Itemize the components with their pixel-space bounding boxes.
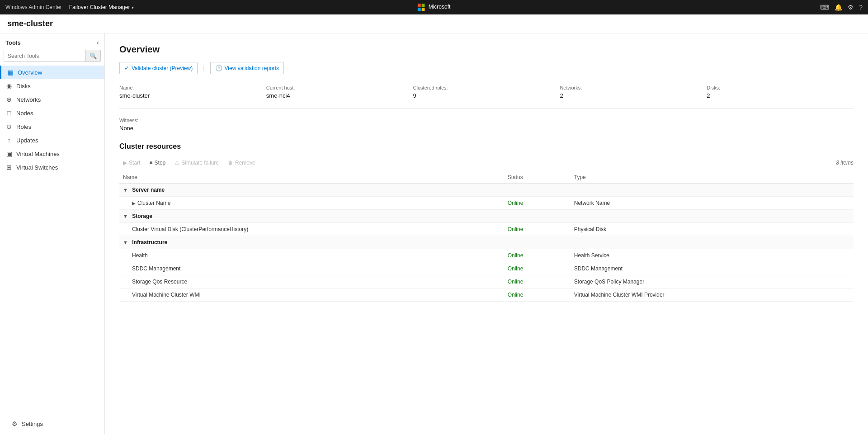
remove-label: Remove	[235, 160, 255, 166]
sidebar-item-nodes[interactable]: □ Nodes	[0, 106, 104, 120]
svg-rect-1	[422, 4, 425, 7]
table-row[interactable]: Storage Qos Resource Online Storage QoS …	[119, 275, 854, 288]
collapse-icon[interactable]: ‹	[97, 39, 99, 46]
stat-networks-value: 2	[560, 92, 696, 99]
group-row-infrastructure[interactable]: ▼ Infrastructure	[119, 236, 854, 249]
terminal-icon[interactable]: ⌨	[820, 4, 829, 11]
group-toggle[interactable]: ▼	[123, 187, 128, 193]
table-row[interactable]: ▶Cluster Name Online Network Name	[119, 197, 854, 210]
resource-status: Online	[504, 197, 571, 210]
sidebar-nav: ▦ Overview ◉ Disks ⊕ Networks □ Nodes ⊙ …	[0, 66, 104, 413]
stat-host-value: sme-hci4	[266, 92, 402, 99]
stat-current-host: Current host: sme-hci4	[266, 85, 413, 99]
resource-status: Online	[504, 288, 571, 302]
sidebar-item-disks[interactable]: ◉ Disks	[0, 79, 104, 93]
resource-name: Storage Qos Resource	[119, 275, 504, 288]
stat-name-label: Name:	[119, 85, 255, 90]
nav-icon-disks: ◉	[5, 82, 13, 90]
expand-icon[interactable]: ▶	[132, 201, 136, 206]
stat-networks: Networks: 2	[560, 85, 707, 99]
action-divider: |	[203, 65, 204, 71]
witness-label: Witness:	[119, 118, 854, 123]
nav-icon-vswitches: ⊞	[5, 164, 13, 171]
remove-button[interactable]: 🗑 Remove	[224, 158, 259, 168]
nav-icon-networks: ⊕	[5, 96, 13, 103]
sidebar-item-vms[interactable]: ▣ Virtual Machines	[0, 147, 104, 161]
search-input[interactable]	[4, 51, 85, 61]
bell-icon[interactable]: 🔔	[835, 4, 842, 11]
settings-nav-item[interactable]: ⚙ Settings	[5, 417, 99, 430]
nav-icon-overview: ▦	[7, 69, 14, 76]
sidebar-item-updates[interactable]: ↑ Updates	[0, 133, 104, 147]
items-count: 8 items	[836, 160, 854, 166]
page-title: sme-cluster	[7, 19, 53, 28]
validate-label: Validate cluster (Preview)	[132, 65, 193, 71]
nav-label-updates: Updates	[16, 137, 38, 144]
ms-logo-center: Microsoft	[418, 4, 451, 11]
group-name-cell: ▼ Infrastructure	[119, 236, 504, 249]
group-toggle[interactable]: ▼	[123, 240, 128, 245]
settings-icon[interactable]: ⚙	[848, 4, 854, 11]
group-row-storage[interactable]: ▼ Storage	[119, 210, 854, 223]
app-name[interactable]: Failover Cluster Manager ▾	[69, 4, 134, 10]
stat-host-label: Current host:	[266, 85, 402, 90]
group-name-cell: ▼ Server name	[119, 184, 504, 197]
stat-roles-value: 9	[413, 92, 549, 99]
main-layout: Tools ‹ 🔍 ▦ Overview ◉ Disks ⊕ Networks …	[0, 33, 868, 434]
witness-value: None	[119, 125, 854, 132]
nav-icon-roles: ⊙	[5, 123, 13, 130]
resource-name: Virtual Machine Cluster WMI	[119, 288, 504, 302]
help-icon[interactable]: ?	[859, 4, 863, 11]
search-button[interactable]: 🔍	[85, 50, 100, 61]
top-bar: Windows Admin Center Failover Cluster Ma…	[0, 0, 868, 14]
svg-rect-0	[418, 4, 421, 7]
stat-roles-label: Clustered roles:	[413, 85, 549, 90]
stat-name-value: sme-cluster	[119, 92, 255, 99]
resource-type: Virtual Machine Cluster WMI Provider	[571, 288, 854, 302]
start-button[interactable]: ▶ Start	[119, 158, 144, 168]
sidebar-item-overview[interactable]: ▦ Overview	[0, 66, 104, 79]
table-header: Name Status Type	[119, 171, 854, 184]
group-toggle[interactable]: ▼	[123, 213, 128, 219]
start-label: Start	[129, 160, 140, 166]
sidebar: Tools ‹ 🔍 ▦ Overview ◉ Disks ⊕ Networks …	[0, 33, 105, 434]
start-icon: ▶	[123, 160, 127, 166]
stat-disks-value: 2	[707, 92, 843, 99]
sidebar-item-roles[interactable]: ⊙ Roles	[0, 120, 104, 133]
group-row-server-name[interactable]: ▼ Server name	[119, 184, 854, 197]
resource-type: Network Name	[571, 197, 854, 210]
resource-name: Cluster Virtual Disk (ClusterPerformance…	[119, 223, 504, 236]
validate-icon: ✓	[124, 65, 129, 71]
stop-button[interactable]: ■ Stop	[146, 158, 169, 168]
remove-icon: 🗑	[228, 160, 233, 166]
simulate-button[interactable]: ⚠ Simulate failure	[171, 158, 222, 168]
table-row[interactable]: Cluster Virtual Disk (ClusterPerformance…	[119, 223, 854, 236]
resource-status: Online	[504, 249, 571, 262]
group-name-cell: ▼ Storage	[119, 210, 504, 223]
settings-nav-label: Settings	[22, 421, 43, 427]
overview-title: Overview	[119, 44, 854, 55]
table-row[interactable]: Virtual Machine Cluster WMI Online Virtu…	[119, 288, 854, 302]
sidebar-item-networks[interactable]: ⊕ Networks	[0, 93, 104, 106]
sidebar-item-vswitches[interactable]: ⊞ Virtual Switches	[0, 161, 104, 174]
microsoft-logo: Microsoft	[418, 4, 451, 11]
nav-label-vswitches: Virtual Switches	[16, 164, 58, 171]
app-title: Windows Admin Center	[5, 4, 62, 10]
cluster-resources-table: Name Status Type ▼ Server name ▶Cluster …	[119, 171, 854, 302]
validate-cluster-button[interactable]: ✓ Validate cluster (Preview)	[119, 62, 198, 74]
simulate-icon: ⚠	[175, 160, 179, 166]
main-content: Overview ✓ Validate cluster (Preview) | …	[105, 33, 868, 434]
app-chevron-icon: ▾	[132, 5, 134, 10]
page-title-bar: sme-cluster	[0, 14, 868, 33]
resource-type: Health Service	[571, 249, 854, 262]
table-row[interactable]: SDDC Management Online SDDC Management	[119, 262, 854, 275]
stop-label: Stop	[155, 160, 166, 166]
nav-label-overview: Overview	[18, 69, 42, 76]
sidebar-settings[interactable]: ⚙ Settings	[0, 413, 104, 434]
resource-type: SDDC Management	[571, 262, 854, 275]
action-row: ✓ Validate cluster (Preview) | 🕐 View va…	[119, 62, 854, 74]
nav-label-networks: Networks	[16, 96, 41, 103]
stat-name: Name: sme-cluster	[119, 85, 266, 99]
view-reports-button[interactable]: 🕐 View validation reports	[210, 62, 284, 74]
table-row[interactable]: Health Online Health Service	[119, 249, 854, 262]
